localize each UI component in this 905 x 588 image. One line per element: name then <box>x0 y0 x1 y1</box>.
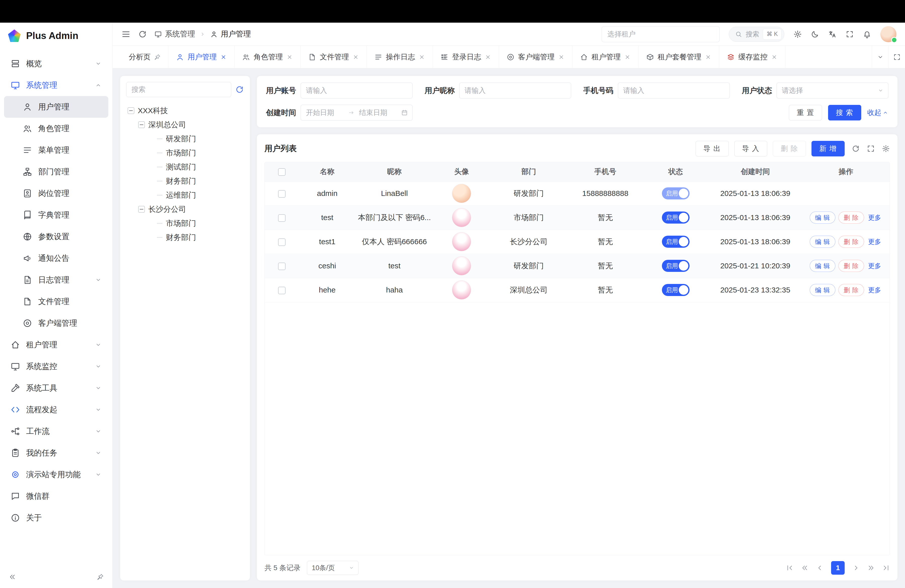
more-button[interactable]: 更多 <box>867 213 882 222</box>
pin-icon[interactable] <box>154 54 160 60</box>
status-toggle[interactable]: 启用 <box>662 284 689 296</box>
close-icon[interactable] <box>558 54 565 60</box>
nickname-input[interactable] <box>459 83 571 99</box>
content-fullscreen-button[interactable] <box>888 46 905 68</box>
row-checkbox[interactable] <box>278 214 286 222</box>
close-icon[interactable] <box>771 54 778 60</box>
tabs-dropdown-button[interactable] <box>872 46 888 68</box>
collapse-filters-link[interactable]: 收起 <box>867 108 888 118</box>
delete-selected-button[interactable]: 删 除 <box>773 141 806 156</box>
current-page[interactable]: 1 <box>831 561 845 575</box>
more-button[interactable]: 更多 <box>867 262 882 270</box>
last-page-button[interactable] <box>882 564 890 572</box>
row-checkbox[interactable] <box>278 287 286 294</box>
row-avatar[interactable] <box>452 208 471 227</box>
phone-input[interactable] <box>618 83 730 99</box>
search-button[interactable]: 搜 索 <box>828 105 861 121</box>
sidebar-item-param-settings[interactable]: 参数设置 <box>4 226 108 248</box>
edit-button[interactable]: 编 辑 <box>810 284 835 296</box>
row-avatar[interactable] <box>452 232 471 251</box>
first-page-button[interactable] <box>786 564 793 572</box>
edit-button[interactable]: 编 辑 <box>810 236 835 248</box>
row-avatar[interactable] <box>452 280 471 300</box>
sidebar-item-about[interactable]: 关于 <box>4 507 108 529</box>
select-all-checkbox[interactable] <box>278 168 286 176</box>
tab-operation-log[interactable]: 操作日志 <box>367 46 433 68</box>
status-toggle[interactable]: 启用 <box>662 188 689 199</box>
table-fullscreen-button[interactable] <box>867 145 875 153</box>
row-checkbox[interactable] <box>278 238 286 246</box>
sidebar-item-user-management[interactable]: 用户管理 <box>4 96 108 118</box>
tree-collapse-icon[interactable] <box>128 107 134 114</box>
sidebar-item-tenant-management[interactable]: 租户管理 <box>4 334 108 356</box>
notifications-button[interactable] <box>863 30 871 38</box>
status-toggle[interactable]: 启用 <box>662 211 689 224</box>
edit-button[interactable]: 编 辑 <box>810 211 835 224</box>
sidebar-item-overview[interactable]: 概览 <box>4 53 108 75</box>
sidebar-item-dept-management[interactable]: 部门管理 <box>4 161 108 183</box>
tab-client-management[interactable]: 客户端管理 <box>499 46 572 68</box>
page-size-select[interactable]: 10条/页 <box>307 561 359 575</box>
sidebar-item-dict-management[interactable]: 字典管理 <box>4 204 108 226</box>
tab-login-log[interactable]: 登录日志 <box>433 46 499 68</box>
more-button[interactable]: 更多 <box>867 237 882 246</box>
status-select[interactable]: 请选择 <box>776 83 888 99</box>
breadcrumb-item-system[interactable]: 系统管理 <box>154 29 195 39</box>
sidebar-toggle-button[interactable] <box>121 29 131 39</box>
delete-button[interactable]: 删 除 <box>838 284 864 296</box>
row-avatar[interactable] <box>452 256 471 275</box>
tab-user-management[interactable]: 用户管理 <box>168 46 235 68</box>
sidebar-pin-button[interactable] <box>97 574 104 581</box>
tab-tenant-management[interactable]: 租户管理 <box>572 46 638 68</box>
close-icon[interactable] <box>352 54 359 60</box>
tree-node[interactable]: XXX科技 <box>126 103 244 118</box>
prev-page-button[interactable] <box>816 564 824 572</box>
tree-search-input[interactable] <box>126 82 231 97</box>
more-button[interactable]: 更多 <box>867 286 882 294</box>
tab-role-management[interactable]: 角色管理 <box>235 46 301 68</box>
delete-button[interactable]: 删 除 <box>838 211 864 224</box>
language-button[interactable] <box>828 30 837 38</box>
sidebar-item-system-tools[interactable]: 系统工具 <box>4 377 108 399</box>
sidebar-item-demo-features[interactable]: 演示站专用功能 <box>4 464 108 485</box>
app-logo[interactable]: Plus Admin <box>0 23 113 49</box>
status-toggle[interactable]: 启用 <box>662 260 689 272</box>
tree-node[interactable]: 运维部门 <box>126 188 244 202</box>
sidebar-item-post-management[interactable]: 岗位管理 <box>4 183 108 204</box>
tree-node[interactable]: 财务部门 <box>126 230 244 245</box>
dark-mode-button[interactable] <box>811 30 819 38</box>
tree-node[interactable]: 财务部门 <box>126 174 244 188</box>
sidebar-item-notice[interactable]: 通知公告 <box>4 248 108 269</box>
next-page-button[interactable] <box>852 564 860 572</box>
import-button[interactable]: 导 入 <box>734 141 767 156</box>
prev-pages-button[interactable] <box>801 564 808 572</box>
tenant-select[interactable] <box>602 26 720 42</box>
tab-analysis-page[interactable]: 分析页 <box>121 46 168 68</box>
tab-file-management[interactable]: 文件管理 <box>301 46 367 68</box>
tree-collapse-icon[interactable] <box>138 206 145 213</box>
row-checkbox[interactable] <box>278 190 286 198</box>
refresh-page-button[interactable] <box>138 30 147 38</box>
edit-button[interactable]: 编 辑 <box>810 260 835 272</box>
export-button[interactable]: 导 出 <box>695 141 729 156</box>
tree-node[interactable]: 市场部门 <box>126 216 244 230</box>
tree-node[interactable]: 市场部门 <box>126 146 244 160</box>
close-icon[interactable] <box>624 54 631 60</box>
sidebar-item-system-monitor[interactable]: 系统监控 <box>4 356 108 377</box>
settings-button[interactable] <box>793 30 802 38</box>
tab-tenant-package-management[interactable]: 租户套餐管理 <box>638 46 719 68</box>
delete-button[interactable]: 删 除 <box>838 260 864 272</box>
created-date-range[interactable]: 开始日期 结束日期 <box>301 105 413 121</box>
close-icon[interactable] <box>705 54 711 60</box>
breadcrumb-item-user[interactable]: 用户管理 <box>210 29 251 39</box>
tree-node[interactable]: 长沙分公司 <box>126 202 244 216</box>
tenant-select-input[interactable] <box>602 26 720 42</box>
tree-node[interactable]: 测试部门 <box>126 160 244 174</box>
sidebar-item-workflow[interactable]: 工作流 <box>4 421 108 442</box>
close-icon[interactable] <box>419 54 425 60</box>
close-icon[interactable] <box>485 54 491 60</box>
global-search[interactable]: 搜索 ⌘ K <box>729 27 784 42</box>
sidebar-item-log-management[interactable]: 日志管理 <box>4 269 108 291</box>
user-avatar[interactable] <box>880 26 897 42</box>
tree-refresh-button[interactable] <box>235 85 244 94</box>
